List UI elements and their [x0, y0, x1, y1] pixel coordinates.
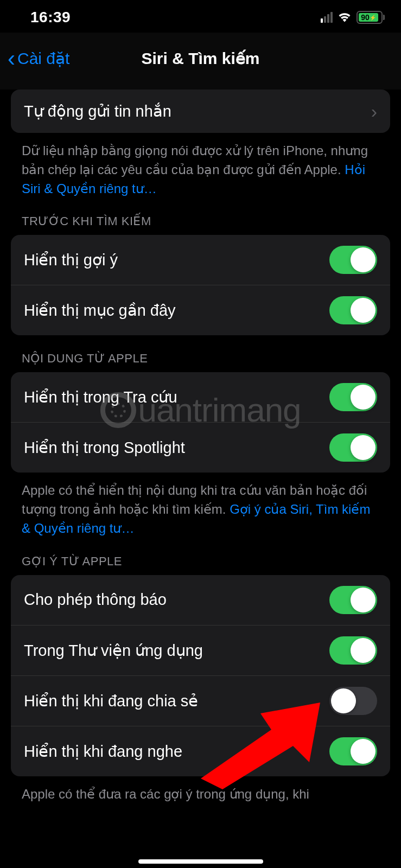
row-label: Trong Thư viện ứng dụng — [24, 641, 203, 660]
row-show-when-listening: Hiển thị khi đang nghe — [11, 726, 390, 776]
footer-text-apple-suggestions: Apple có thể đưa ra các gợi ý trong ứng … — [11, 776, 390, 804]
row-label: Tự động gửi tin nhắn — [24, 102, 171, 120]
section-header-apple-suggestions: GỢI Ý TỪ APPLE — [11, 538, 390, 575]
row-show-in-lookup: Hiển thị trong Tra cứu — [11, 372, 390, 422]
group-auto-send: Tự động gửi tin nhắn › — [11, 90, 390, 133]
row-label: Hiển thị trong Tra cứu — [24, 388, 177, 406]
toggle-in-app-library[interactable] — [329, 636, 377, 665]
row-label: Hiển thị gợi ý — [24, 251, 118, 269]
toggle-allow-notifications[interactable] — [329, 586, 377, 614]
toggle-show-in-spotlight[interactable] — [329, 433, 377, 462]
footer-text-voice: Dữ liệu nhập bằng giọng nói được xử lý t… — [11, 133, 390, 198]
section-header-apple-content: NỘI DUNG TỪ APPLE — [11, 335, 390, 372]
row-label: Hiển thị trong Spotlight — [24, 438, 185, 457]
group-apple-suggestions: Cho phép thông báo Trong Thư viện ứng dụ… — [11, 575, 390, 776]
status-time: 16:39 — [30, 9, 71, 26]
chevron-left-icon: ‹ — [8, 47, 15, 70]
group-before-search: Hiển thị gợi ý Hiển thị mục gần đây — [11, 235, 390, 335]
row-in-app-library: Trong Thư viện ứng dụng — [11, 625, 390, 675]
toggle-show-suggestions[interactable] — [329, 246, 377, 274]
row-label: Hiển thị khi đang nghe — [24, 742, 182, 761]
row-allow-notifications: Cho phép thông báo — [11, 575, 390, 625]
toggle-show-in-lookup[interactable] — [329, 383, 377, 411]
row-show-suggestions: Hiển thị gợi ý — [11, 235, 390, 285]
toggle-show-when-sharing[interactable] — [329, 687, 377, 715]
cellular-signal-icon — [321, 12, 333, 23]
toggle-show-recents[interactable] — [329, 296, 377, 324]
nav-header: ‹ Cài đặt Siri & Tìm kiếm — [0, 33, 401, 90]
row-show-in-spotlight: Hiển thị trong Spotlight — [11, 422, 390, 473]
row-label: Cho phép thông báo — [24, 591, 167, 609]
battery-icon: 90⚡ — [357, 11, 385, 24]
status-bar: 16:39 90⚡ — [0, 0, 401, 33]
row-show-recents: Hiển thị mục gần đây — [11, 285, 390, 335]
row-label: Hiển thị khi đang chia sẻ — [24, 692, 198, 710]
row-show-when-sharing: Hiển thị khi đang chia sẻ — [11, 675, 390, 726]
page-title: Siri & Tìm kiếm — [141, 49, 259, 68]
group-apple-content: Hiển thị trong Tra cứu Hiển thị trong Sp… — [11, 372, 390, 473]
toggle-show-when-listening[interactable] — [329, 737, 377, 765]
back-button[interactable]: ‹ Cài đặt — [8, 47, 69, 70]
footer-text-apple-content: Apple có thể hiển thị nội dung khi tra c… — [11, 473, 390, 538]
home-indicator[interactable] — [138, 859, 263, 864]
section-header-before-search: TRƯỚC KHI TÌM KIẾM — [11, 198, 390, 235]
row-label: Hiển thị mục gần đây — [24, 301, 176, 320]
wifi-icon — [337, 10, 352, 24]
chevron-right-icon: › — [371, 101, 377, 122]
status-icons: 90⚡ — [321, 10, 385, 24]
row-auto-send-messages[interactable]: Tự động gửi tin nhắn › — [11, 90, 390, 133]
back-label: Cài đặt — [17, 49, 69, 68]
